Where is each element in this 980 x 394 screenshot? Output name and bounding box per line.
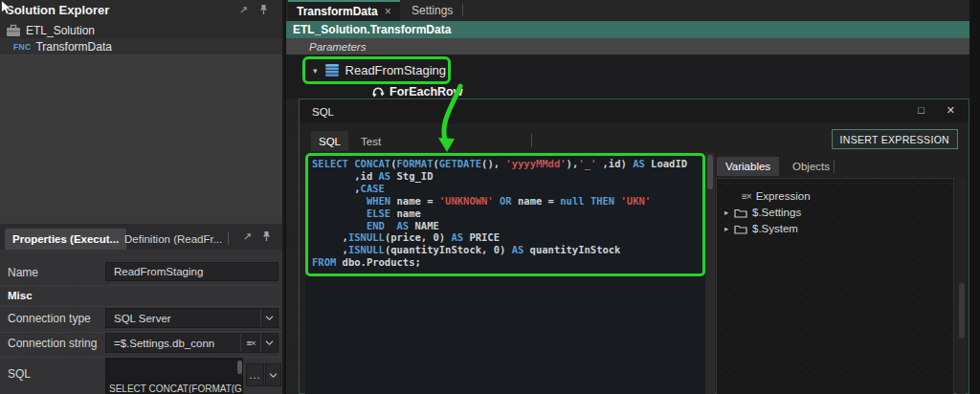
solution-explorer-empty-area bbox=[0, 55, 282, 224]
sql-dialog: SQL □ ✕ SQL Test INSERT EXPRESSION SELEC… bbox=[299, 98, 969, 394]
divider bbox=[462, 4, 463, 16]
scrollbar-thumb[interactable] bbox=[707, 155, 713, 189]
divider bbox=[0, 285, 282, 286]
tree-item-transformdata[interactable]: FNC TransformData bbox=[0, 38, 282, 55]
chevron-down-icon[interactable] bbox=[260, 309, 278, 327]
tree-item-label: Expression bbox=[756, 190, 811, 202]
right-panel-scrollbar[interactable] bbox=[957, 178, 966, 394]
tab-properties[interactable]: Properties (Execut... bbox=[5, 229, 126, 250]
tree-item-label: ETL_Solution bbox=[26, 24, 95, 37]
right-panel-tabstrip: Variables Objects bbox=[715, 157, 963, 178]
sql-more-button[interactable]: ... bbox=[246, 363, 264, 386]
sql-label: SQL bbox=[8, 367, 31, 381]
app-window: { "colors": { "accent_teal": "#3A6F63", … bbox=[0, 0, 980, 394]
dialog-tabstrip: SQL Test INSERT EXPRESSION bbox=[300, 123, 969, 153]
tree-item-label: $.Settings bbox=[752, 207, 801, 218]
solution-explorer-title: Solution Explorer bbox=[6, 3, 109, 17]
misc-section-label: Misc bbox=[8, 290, 33, 301]
breadcrumb: ETL_Solution.TransformData bbox=[293, 23, 451, 36]
dialog-title: SQL bbox=[312, 106, 334, 118]
name-label: Name bbox=[8, 266, 38, 279]
folder-icon bbox=[734, 208, 747, 218]
tab-settings[interactable]: Settings bbox=[403, 0, 461, 21]
tab-variables[interactable]: Variables bbox=[717, 157, 779, 176]
connection-string-label: Connection string bbox=[8, 337, 97, 350]
dialog-titlebar[interactable]: SQL □ ✕ bbox=[300, 99, 969, 123]
name-field[interactable]: ReadFromStaging bbox=[105, 262, 278, 281]
insert-expression-button[interactable]: INSERT EXPRESSION bbox=[832, 129, 958, 149]
properties-tabstrip: Properties (Execut... Definition (ReadFr… bbox=[0, 224, 282, 250]
flow-node-foreachrow[interactable]: ForEachRow bbox=[371, 84, 462, 98]
divider bbox=[228, 232, 229, 245]
expression-badge-icon[interactable]: ≡× bbox=[240, 334, 260, 352]
flow-node-label: ForEachRow bbox=[390, 85, 462, 98]
expression-icon: ≡× bbox=[742, 191, 751, 202]
loop-icon bbox=[371, 85, 386, 98]
scrollbar-thumb[interactable] bbox=[237, 361, 242, 374]
maximize-icon[interactable]: □ bbox=[918, 104, 924, 116]
sql-preview-field[interactable]: SELECT CONCAT(FORMAT(GE ,id AS Stg_ID CA… bbox=[105, 358, 243, 394]
fnc-icon: FNC bbox=[13, 42, 31, 52]
popout-icon[interactable]: ↗ bbox=[243, 230, 252, 243]
tab-sql[interactable]: SQL bbox=[311, 131, 348, 151]
divider bbox=[834, 160, 835, 173]
tab-transformdata[interactable]: TransformData × bbox=[288, 0, 400, 21]
flow-node-readfromstaging[interactable]: ReadFromStaging bbox=[345, 63, 447, 77]
solution-explorer-panel: Solution Explorer ↗ ETL_Solution FNC Tra… bbox=[0, 0, 284, 394]
solution-briefcase-icon bbox=[6, 24, 21, 37]
tab-definition[interactable]: Definition (ReadFr... bbox=[117, 229, 230, 250]
tab-label: TransformData bbox=[297, 5, 378, 18]
divider bbox=[531, 134, 532, 147]
popout-icon[interactable]: ↗ bbox=[239, 4, 248, 16]
collapse-caret-icon[interactable]: ▾ bbox=[313, 66, 318, 76]
parameters-label: Parameters bbox=[309, 41, 366, 53]
annotation-highlight-sql-code: SELECT CONCAT(FORMAT(GETDATE(), 'yyyyMMd… bbox=[305, 153, 705, 276]
tab-objects[interactable]: Objects bbox=[784, 157, 838, 176]
connection-string-value: =$.Settings.db_conn bbox=[114, 338, 214, 349]
flow-tree-area: ▾ ReadFromStaging ForEachRow bbox=[286, 55, 969, 98]
parameters-section-bar[interactable]: Parameters bbox=[286, 38, 969, 55]
tab-label: Settings bbox=[412, 4, 453, 17]
connection-type-label: Connection type bbox=[8, 312, 91, 325]
chevron-down-icon[interactable] bbox=[260, 334, 278, 352]
tree-item-system[interactable]: ▸ $.System bbox=[717, 221, 953, 236]
folder-icon bbox=[734, 224, 747, 234]
sql-preview-lines: SELECT CONCAT(FORMAT(GE ,id AS Stg_ID CA… bbox=[109, 383, 242, 394]
close-icon[interactable]: ✕ bbox=[947, 104, 955, 117]
tree-item-label: $.System bbox=[752, 223, 798, 234]
divider bbox=[0, 306, 282, 307]
sql-code[interactable]: SELECT CONCAT(FORMAT(GETDATE(), 'yyyyMMd… bbox=[308, 156, 702, 269]
expand-caret-icon[interactable]: ▸ bbox=[724, 224, 734, 233]
pin-icon[interactable] bbox=[258, 4, 269, 15]
tree-item-expression[interactable]: ≡× Expression bbox=[717, 188, 953, 204]
connection-type-value: SQL Server bbox=[114, 313, 171, 324]
connection-string-field[interactable]: =$.Settings.db_conn ≡× bbox=[105, 333, 278, 353]
breadcrumb-bar: ETL_Solution.TransformData bbox=[286, 21, 969, 38]
pin-icon[interactable] bbox=[261, 230, 272, 242]
tree-item-settings[interactable]: ▸ $.Settings bbox=[717, 205, 953, 220]
editor-tabstrip: TransformData × Settings bbox=[286, 0, 969, 21]
annotation-highlight-readfromstaging: ▾ ReadFromStaging bbox=[302, 56, 451, 84]
expand-caret-icon[interactable]: ▸ bbox=[724, 208, 734, 217]
tree-item-etl-solution[interactable]: ETL_Solution bbox=[0, 22, 282, 38]
database-icon bbox=[324, 63, 340, 77]
chevron-down-icon[interactable] bbox=[265, 363, 281, 386]
tab-test[interactable]: Test bbox=[353, 131, 389, 151]
connection-type-select[interactable]: SQL Server bbox=[105, 308, 278, 328]
variables-tree: ≡× Expression ▸ $.Settings ▸ $.System bbox=[716, 178, 954, 394]
close-tab-icon[interactable]: × bbox=[385, 5, 391, 18]
properties-panel: Properties (Execut... Definition (ReadFr… bbox=[0, 224, 282, 394]
tree-item-label: TransformData bbox=[35, 40, 112, 54]
scrollbar-thumb[interactable] bbox=[959, 283, 965, 339]
solution-explorer-header: Solution Explorer ↗ bbox=[0, 0, 282, 22]
editor-scrollbar[interactable] bbox=[705, 153, 715, 394]
